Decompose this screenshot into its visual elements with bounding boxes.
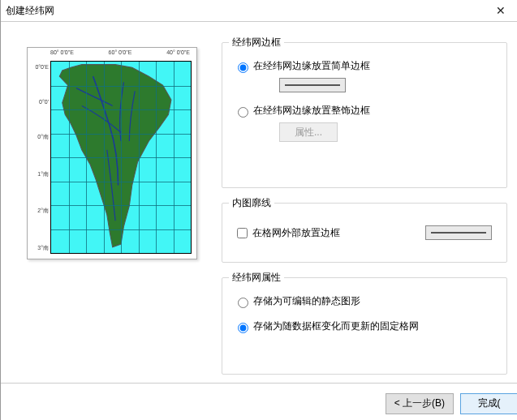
decor-props-wrap: 属性... (279, 122, 495, 142)
group-graticule-props: 经纬网属性 存储为可编辑的静态图形 存储为随数据框变化而更新的固定格网 (222, 277, 507, 375)
axis-top-label: 60° 0'0"E (109, 49, 132, 61)
radio-decorative-border[interactable]: 在经纬网边缘放置整饰边框 (234, 104, 495, 118)
neatline-swatch[interactable] (425, 225, 492, 240)
south-america-icon (51, 62, 191, 253)
axis-left-label: 2°南 (29, 207, 49, 215)
check-outside-border-input[interactable] (237, 228, 248, 238)
axis-top-labels: 80° 0'0"E 60° 0'0"E 40° 0'0"E (50, 49, 190, 61)
axis-left-labels: 0°0'E 0°0' 0°南 1°南 2°南 3°南 (29, 64, 49, 252)
radio-dynamic-grid-label: 存储为随数据框变化而更新的固定格网 (253, 319, 419, 333)
map-canvas (50, 61, 192, 254)
options-panel: 经纬网边框 在经纬网边缘放置简单边框 在经纬网边缘放置整饰边框 属性... 内图 (222, 42, 507, 371)
finish-button[interactable]: 完成( (460, 393, 517, 414)
close-button[interactable]: ✕ (485, 0, 517, 21)
radio-static-graphic[interactable]: 存储为可编辑的静态图形 (234, 294, 495, 308)
axis-left-label: 0°0'E (29, 64, 49, 70)
radio-decorative-border-input[interactable] (238, 107, 248, 118)
back-button[interactable]: < 上一步(B) (386, 393, 454, 414)
dialog-window: 创建经纬网 ✕ 80° 0'0"E 60° 0'0"E 40° 0'0"E 0°… (0, 0, 517, 420)
axis-left-label: 0°南 (29, 133, 49, 141)
radio-simple-border-input[interactable] (238, 62, 248, 73)
radio-dynamic-grid-input[interactable] (238, 323, 248, 333)
check-outside-border[interactable]: 在格网外部放置边框 (234, 225, 340, 241)
radio-static-graphic-input[interactable] (238, 298, 248, 308)
group-neatline: 内图廓线 在格网外部放置边框 (222, 203, 507, 263)
axis-top-label: 40° 0'0"E (166, 49, 190, 61)
radio-simple-border[interactable]: 在经纬网边缘放置简单边框 (234, 59, 495, 73)
simple-border-swatch-wrap (279, 78, 495, 92)
wizard-button-bar: < 上一步(B) 完成( (1, 383, 517, 412)
map-preview: 80° 0'0"E 60° 0'0"E 40° 0'0"E 0°0'E 0°0'… (27, 47, 197, 259)
group-legend: 内图廓线 (229, 196, 274, 210)
check-outside-border-label: 在格网外部放置边框 (252, 226, 340, 240)
radio-decorative-border-label: 在经纬网边缘放置整饰边框 (253, 104, 370, 118)
axis-left-label: 3°南 (29, 244, 49, 252)
window-title: 创建经纬网 (6, 0, 485, 21)
axis-left-label: 1°南 (29, 170, 49, 178)
radio-dynamic-grid[interactable]: 存储为随数据框变化而更新的固定格网 (234, 319, 495, 333)
axis-top-label: 80° 0'0"E (50, 49, 74, 61)
title-bar: 创建经纬网 ✕ (1, 0, 517, 22)
group-legend: 经纬网边框 (229, 36, 284, 49)
radio-simple-border-label: 在经纬网边缘放置简单边框 (253, 59, 370, 73)
client-area: 80° 0'0"E 60° 0'0"E 40° 0'0"E 0°0'E 0°0'… (1, 21, 517, 420)
radio-static-graphic-label: 存储为可编辑的静态图形 (253, 294, 360, 308)
axis-left-label: 0°0' (29, 99, 49, 105)
group-graticule-border: 经纬网边框 在经纬网边缘放置简单边框 在经纬网边缘放置整饰边框 属性... (222, 42, 507, 188)
decor-properties-button[interactable]: 属性... (279, 122, 338, 142)
group-legend: 经纬网属性 (229, 271, 284, 285)
close-icon: ✕ (496, 0, 506, 21)
simple-border-swatch[interactable] (279, 78, 346, 92)
